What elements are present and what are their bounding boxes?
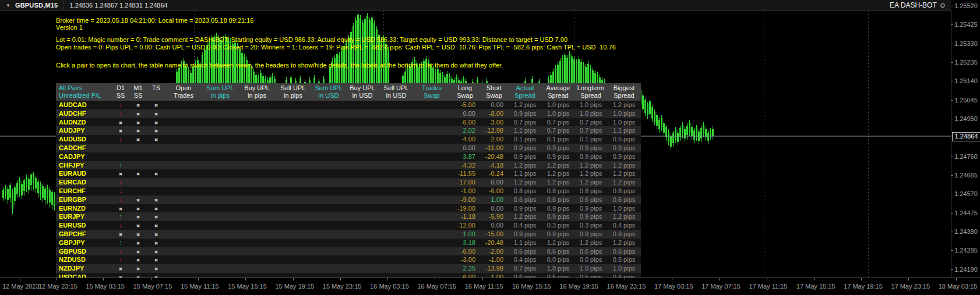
column-header-all-pairs[interactable]: All PairsUnrealized P/L — [56, 83, 112, 101]
column-header-long-swap[interactable]: LongSwap — [450, 83, 480, 101]
column-header-biggest-spread[interactable]: BiggestSpread — [607, 83, 641, 101]
biggest-spread-value: 1.0 pips — [607, 109, 641, 118]
pair-name[interactable]: GBPUSD — [56, 247, 112, 256]
m1-signal-cell: ✖ — [129, 247, 147, 256]
column-header-trades-swap[interactable]: TradesSwap — [414, 83, 450, 101]
buy-upl-pips-cell — [239, 101, 275, 109]
buy-upl-pips-cell — [239, 247, 275, 256]
column-header-open-trades[interactable]: OpenTrades — [165, 83, 202, 101]
buy-upl-pips-cell — [239, 109, 275, 118]
sell-upl-usd-cell — [379, 204, 414, 213]
pair-name[interactable]: AUDCAD — [56, 101, 112, 109]
sell-upl-pips-cell — [275, 169, 311, 178]
pair-name[interactable]: EURAUD — [56, 169, 112, 178]
pair-name[interactable]: EURNZD — [56, 204, 112, 213]
chart-area[interactable]: Broker time = 2023.05.18 04:21:00: Local… — [0, 10, 951, 278]
pair-name[interactable]: EURCAD — [56, 178, 112, 187]
buy-upl-usd-cell — [346, 239, 379, 247]
m1-signal-cell — [129, 144, 147, 152]
pair-name[interactable]: CADCHF — [56, 144, 112, 152]
column-header-sell-upl-usd[interactable]: Sell UPLin USD — [379, 83, 414, 101]
x-mark-icon: ✖ — [136, 136, 140, 144]
m1-signal-cell: ✖ — [129, 221, 147, 230]
price-scale[interactable]: 1.24864 1.255201.254251.253301.252351.25… — [951, 10, 980, 278]
column-header-sum-upl-pips[interactable]: Sum UPLin pips — [202, 83, 239, 101]
pair-name[interactable]: CADJPY — [56, 152, 112, 161]
average-spread-value: 0.6 pips — [542, 247, 574, 256]
candle-body — [707, 133, 709, 141]
sum-upl-usd-cell — [311, 101, 346, 109]
d1-signal-cell: ↓ — [112, 255, 129, 264]
x-mark-icon: ✖ — [154, 170, 158, 178]
dropdown-icon[interactable]: ▼ — [6, 3, 10, 8]
long-swap-value: -1.18 — [450, 212, 480, 221]
buy-upl-usd-cell — [346, 144, 379, 152]
pair-name[interactable]: AUDUSD — [56, 135, 112, 144]
column-header-longterm-spread[interactable]: LongtermSpread — [574, 83, 607, 101]
x-mark-icon: ✖ — [136, 257, 140, 264]
sell-upl-pips-cell — [275, 126, 311, 135]
pair-name[interactable]: AUDNZD — [56, 118, 112, 127]
time-axis-label: 12 May 2023 — [2, 283, 40, 290]
column-header-short-swap[interactable]: ShortSwap — [480, 83, 508, 101]
x-mark-icon: ✖ — [136, 248, 140, 256]
pair-row-gbpusd: GBPUSD↓✖✖-6.00-2.000.6 pips0.6 pips0.6 p… — [56, 247, 641, 256]
buy-upl-usd-cell — [346, 230, 379, 239]
time-axis[interactable]: 12 May 202312 May 23:1515 May 03:1515 Ma… — [0, 278, 980, 295]
sum-upl-usd-cell — [311, 169, 346, 178]
column-header-average-spread[interactable]: AverageSpread — [542, 83, 574, 101]
long-swap-value: 3.18 — [450, 239, 480, 247]
price-scale-label: 1.24475 — [954, 209, 978, 216]
x-mark-icon: ✖ — [154, 197, 158, 204]
candle-body — [684, 129, 686, 138]
price-scale-tick — [951, 44, 953, 44]
column-header-buy-upl-usd[interactable]: Buy UPLin USD — [346, 83, 379, 101]
price-scale-tick — [951, 232, 953, 232]
column-header-buy-upl-pips[interactable]: Buy UPLin pips — [239, 83, 275, 101]
open-trades-cell — [165, 196, 202, 204]
x-mark-icon: ✖ — [136, 102, 140, 109]
ts-signal-cell: ✖ — [147, 109, 165, 118]
pair-name[interactable]: GBPCHF — [56, 230, 112, 239]
column-header-m1-ss[interactable]: M1SS — [129, 83, 147, 101]
column-header-sum-upl-usd[interactable]: Sum UPLin USD — [311, 83, 346, 101]
d1-signal-cell: ↓ — [112, 178, 129, 187]
x-mark-icon: ✖ — [136, 214, 140, 221]
open-trades-cell — [165, 255, 202, 264]
down-arrow-icon: ↓ — [119, 247, 122, 256]
d1-signal-cell: ↓ — [112, 247, 129, 256]
time-axis-label: 16 May 07:15 — [417, 283, 456, 290]
pair-name[interactable]: EURUSD — [56, 221, 112, 230]
column-header-d1-ss[interactable]: D1SS — [112, 83, 129, 101]
pair-row-cadchf: CADCHF0.00-11.000.9 pips0.9 pips0.9 pips… — [56, 144, 641, 152]
pair-name[interactable]: CHFJPY — [56, 161, 112, 170]
candle-body — [28, 179, 30, 190]
column-header-sell-upl-pips[interactable]: Sell UPLin pips — [275, 83, 311, 101]
m1-signal-cell — [129, 187, 147, 196]
x-mark-icon: ✖ — [119, 205, 123, 213]
ts-signal-cell: ✖ — [147, 118, 165, 127]
pair-name[interactable]: EURCHF — [56, 187, 112, 196]
candle-body — [16, 183, 18, 194]
chart-titlebar: ▼ GBPUSD,M15 1.24836 1.24867 1.24831 1.2… — [0, 0, 951, 11]
column-header-actual-spread[interactable]: ActualSpread — [508, 83, 542, 101]
pair-name[interactable]: AUDJPY — [56, 126, 112, 135]
biggest-spread-value: 1.2 pips — [607, 169, 641, 178]
x-mark-icon: ✖ — [154, 257, 158, 264]
x-mark-icon: ✖ — [136, 205, 140, 213]
pair-name[interactable]: NZDUSD — [56, 255, 112, 264]
sell-upl-usd-cell — [379, 135, 414, 144]
pair-name[interactable]: AUDCHF — [56, 109, 112, 118]
pair-name[interactable]: EURGBP — [56, 196, 112, 204]
sum-upl-usd-cell — [311, 196, 346, 204]
sell-upl-pips-cell — [275, 135, 311, 144]
average-spread-value: 0.9 pips — [542, 230, 574, 239]
dashboard-body: AUDCAD↓✖✖-5.000.001.2 pips1.0 pips1.0 pi… — [56, 101, 641, 282]
m1-signal-cell — [129, 161, 147, 170]
up-arrow-icon: ↑ — [119, 212, 122, 221]
m1-signal-cell: ✖ — [129, 109, 147, 118]
pair-name[interactable]: GBPJPY — [56, 239, 112, 247]
pair-name[interactable]: NZDJPY — [56, 264, 112, 273]
column-header-ts[interactable]: TS — [147, 83, 165, 101]
pair-name[interactable]: EURJPY — [56, 212, 112, 221]
